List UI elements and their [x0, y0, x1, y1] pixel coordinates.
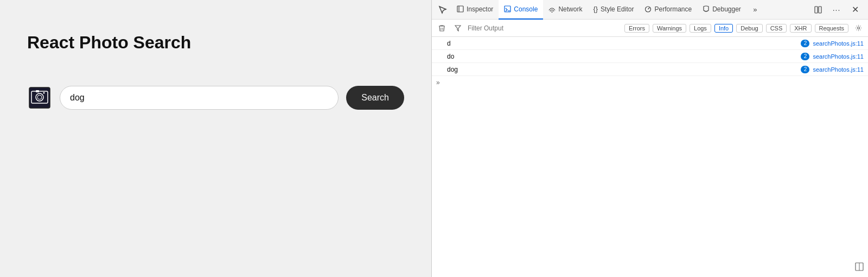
console-file-link[interactable]: searchPhotos.js:11: [813, 66, 864, 73]
search-row: Search: [27, 85, 404, 110]
tab-network[interactable]: Network: [543, 0, 588, 20]
console-log-row[interactable]: dog 2 searchPhotos.js:11: [432, 63, 868, 76]
filter-xhr[interactable]: XHR: [790, 24, 811, 33]
app-panel: React Photo Search Search: [0, 0, 431, 277]
console-log-text: d: [447, 40, 801, 47]
console-log-right: 2 searchPhotos.js:11: [801, 40, 864, 47]
log-count-badge: 2: [801, 53, 809, 60]
camera-icon: [27, 85, 52, 110]
console-log-row[interactable]: do 2 searchPhotos.js:11: [432, 50, 868, 63]
tab-inspector[interactable]: Inspector: [451, 0, 499, 20]
inspect-icon[interactable]: [434, 1, 451, 18]
console-log-row[interactable]: d 2 searchPhotos.js:11: [432, 37, 868, 50]
svg-rect-4: [36, 90, 39, 92]
overflow-menu-icon[interactable]: »: [746, 1, 764, 18]
log-count-badge: 2: [801, 40, 809, 47]
tab-debugger-label: Debugger: [712, 5, 741, 13]
tab-performance[interactable]: Performance: [639, 0, 697, 20]
close-devtools-icon[interactable]: ✕: [846, 1, 864, 18]
toolbar-right-icons: ··· ✕: [809, 1, 866, 18]
tab-debugger[interactable]: Debugger: [697, 0, 746, 20]
svg-rect-14: [815, 7, 818, 13]
svg-point-11: [552, 11, 553, 12]
app-title: React Photo Search: [27, 33, 404, 53]
console-chevron-icon: »: [436, 79, 440, 86]
devtools-panel: Inspector Console Network {} Style Ed: [431, 0, 868, 277]
console-settings-icon[interactable]: [852, 22, 865, 35]
console-log-text: do: [447, 53, 801, 60]
console-log-right: 2 searchPhotos.js:11: [801, 66, 864, 73]
console-log-text: dog: [447, 66, 801, 73]
console-file-link[interactable]: searchPhotos.js:11: [813, 40, 864, 47]
svg-rect-15: [819, 7, 821, 13]
filter-debug[interactable]: Debug: [736, 24, 762, 33]
console-log-right: 2 searchPhotos.js:11: [801, 53, 864, 60]
tab-performance-label: Performance: [654, 5, 692, 13]
svg-rect-6: [457, 6, 463, 12]
filter-requests[interactable]: Requests: [815, 24, 848, 33]
tab-console-label: Console: [514, 5, 538, 13]
tab-network-label: Network: [558, 5, 582, 13]
clear-console-icon[interactable]: [435, 22, 448, 35]
search-button[interactable]: Search: [346, 86, 404, 110]
devtools-filterbar: Errors Warnings Logs Info Debug CSS XHR …: [432, 20, 868, 37]
filter-output-input[interactable]: [468, 24, 621, 32]
log-count-badge: 2: [801, 66, 809, 73]
tab-style-editor[interactable]: {} Style Editor: [588, 0, 639, 20]
tab-inspector-label: Inspector: [467, 5, 493, 13]
console-file-link[interactable]: searchPhotos.js:11: [813, 53, 864, 60]
filter-warnings[interactable]: Warnings: [653, 24, 686, 33]
devtools-toolbar: Inspector Console Network {} Style Ed: [432, 0, 868, 20]
console-input-row[interactable]: »: [432, 76, 868, 89]
tab-console[interactable]: Console: [499, 0, 543, 20]
filter-css[interactable]: CSS: [766, 24, 787, 33]
filter-logs[interactable]: Logs: [690, 24, 711, 33]
split-view-icon[interactable]: [809, 1, 827, 18]
console-logs: d 2 searchPhotos.js:11 do 2 searchPhotos…: [432, 37, 868, 277]
tab-style-editor-label: Style Editor: [601, 5, 634, 13]
svg-point-5: [43, 92, 45, 94]
search-input[interactable]: [60, 86, 339, 110]
filter-errors[interactable]: Errors: [624, 24, 649, 33]
svg-line-13: [648, 8, 650, 9]
devtools-inner: d 2 searchPhotos.js:11 do 2 searchPhotos…: [432, 37, 868, 277]
console-split-toggle-icon[interactable]: [855, 262, 864, 273]
filter-info[interactable]: Info: [714, 24, 733, 33]
filter-icon[interactable]: [451, 22, 464, 35]
more-options-icon[interactable]: ···: [828, 1, 845, 18]
svg-point-18: [857, 27, 859, 29]
